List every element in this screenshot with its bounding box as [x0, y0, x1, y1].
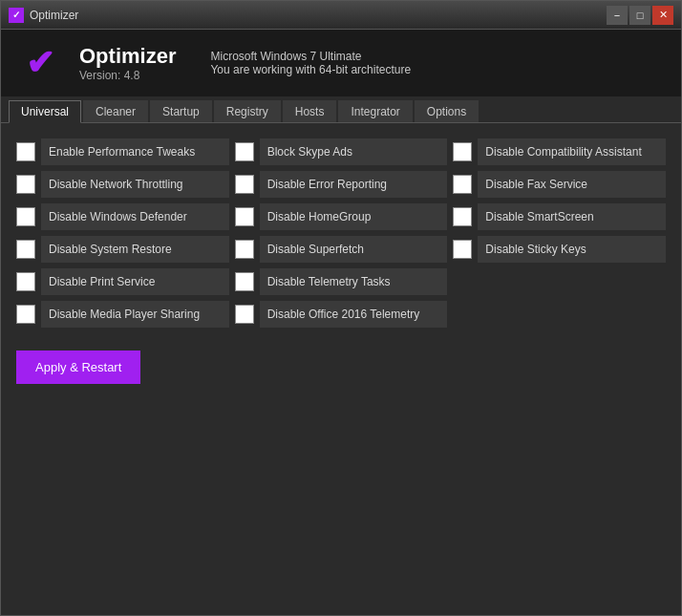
checkbox-disable-smartscreen[interactable] — [453, 207, 472, 226]
checkbox-disable-throttling[interactable] — [16, 175, 35, 194]
checkbox-disable-media-sharing[interactable] — [16, 305, 35, 324]
option-disable-homegroup: Disable HomeGroup — [235, 203, 448, 230]
checkbox-enable-performance[interactable] — [16, 142, 35, 161]
checkbox-disable-sticky-keys[interactable] — [453, 240, 472, 259]
option-disable-compat: Disable Compatibility Assistant — [453, 138, 666, 165]
main-window: ✓ Optimizer − □ ✕ ✔ Optimizer Version: 4… — [0, 0, 682, 616]
options-grid: Enable Performance Tweaks Block Skype Ad… — [16, 138, 666, 328]
label-disable-superfetch[interactable]: Disable Superfetch — [260, 236, 448, 263]
label-disable-homegroup[interactable]: Disable HomeGroup — [260, 203, 448, 230]
apply-restart-button[interactable]: Apply & Restart — [16, 350, 140, 384]
option-disable-office-telemetry: Disable Office 2016 Telemetry — [235, 301, 448, 328]
label-disable-restore[interactable]: Disable System Restore — [41, 236, 229, 263]
label-disable-telemetry[interactable]: Disable Telemetry Tasks — [260, 268, 448, 295]
window-title: Optimizer — [30, 9, 607, 22]
tabs-bar: Universal Cleaner Startup Registry Hosts… — [1, 96, 681, 123]
label-block-skype[interactable]: Block Skype Ads — [260, 138, 448, 165]
content-area: Enable Performance Tweaks Block Skype Ad… — [1, 123, 681, 615]
checkbox-disable-restore[interactable] — [16, 240, 35, 259]
option-disable-fax: Disable Fax Service — [453, 171, 666, 198]
label-disable-sticky-keys[interactable]: Disable Sticky Keys — [478, 236, 666, 263]
tab-hosts[interactable]: Hosts — [283, 100, 337, 122]
option-disable-media-sharing: Disable Media Player Sharing — [16, 301, 229, 328]
label-empty-2 — [453, 301, 666, 328]
tab-cleaner[interactable]: Cleaner — [83, 100, 148, 122]
option-empty-1 — [453, 268, 666, 295]
label-disable-error-reporting[interactable]: Disable Error Reporting — [260, 171, 448, 198]
tab-integrator[interactable]: Integrator — [338, 100, 412, 122]
option-disable-sticky-keys: Disable Sticky Keys — [453, 236, 666, 263]
tab-startup[interactable]: Startup — [150, 100, 212, 122]
tab-options[interactable]: Options — [415, 100, 479, 122]
label-disable-media-sharing[interactable]: Disable Media Player Sharing — [41, 301, 229, 328]
option-block-skype: Block Skype Ads — [235, 138, 448, 165]
option-disable-telemetry: Disable Telemetry Tasks — [235, 268, 448, 295]
option-disable-throttling: Disable Network Throttling — [16, 171, 229, 198]
sys-line1: Microsoft Windows 7 Ultimate — [210, 50, 411, 63]
checkbox-disable-homegroup[interactable] — [235, 207, 254, 226]
sys-line2: You are working with 64-bit architecture — [210, 63, 411, 76]
maximize-button[interactable]: □ — [629, 6, 650, 25]
option-disable-error-reporting: Disable Error Reporting — [235, 171, 448, 198]
option-disable-defender: Disable Windows Defender — [16, 203, 229, 230]
option-disable-superfetch: Disable Superfetch — [235, 236, 448, 263]
label-disable-fax[interactable]: Disable Fax Service — [478, 171, 666, 198]
checkbox-disable-compat[interactable] — [453, 142, 472, 161]
label-disable-office-telemetry[interactable]: Disable Office 2016 Telemetry — [260, 301, 448, 328]
app-header: ✔ Optimizer Version: 4.8 Microsoft Windo… — [1, 30, 681, 96]
app-version: Version: 4.8 — [79, 69, 176, 82]
label-empty-1 — [453, 268, 666, 295]
checkbox-disable-fax[interactable] — [453, 175, 472, 194]
checkbox-disable-defender[interactable] — [16, 207, 35, 226]
app-icon: ✓ — [9, 8, 24, 23]
close-button[interactable]: ✕ — [652, 6, 673, 25]
minimize-button[interactable]: − — [607, 6, 628, 25]
option-disable-restore: Disable System Restore — [16, 236, 229, 263]
checkbox-disable-telemetry[interactable] — [235, 272, 254, 291]
title-bar: ✓ Optimizer − □ ✕ — [1, 1, 681, 30]
option-empty-2 — [453, 301, 666, 328]
system-info: Microsoft Windows 7 Ultimate You are wor… — [210, 50, 411, 76]
option-enable-performance: Enable Performance Tweaks — [16, 138, 229, 165]
label-disable-defender[interactable]: Disable Windows Defender — [41, 203, 229, 230]
tab-universal[interactable]: Universal — [9, 100, 81, 123]
option-disable-print: Disable Print Service — [16, 268, 229, 295]
label-enable-performance[interactable]: Enable Performance Tweaks — [41, 138, 229, 165]
window-controls: − □ ✕ — [607, 6, 673, 25]
app-info: Optimizer Version: 4.8 — [79, 44, 176, 82]
checkbox-disable-error-reporting[interactable] — [235, 175, 254, 194]
checkmark-icon: ✔ — [26, 46, 54, 80]
checkbox-block-skype[interactable] — [235, 142, 254, 161]
checkbox-disable-print[interactable] — [16, 272, 35, 291]
label-disable-print[interactable]: Disable Print Service — [41, 268, 229, 295]
checkbox-disable-office-telemetry[interactable] — [235, 305, 254, 324]
app-name: Optimizer — [79, 44, 176, 69]
label-disable-smartscreen[interactable]: Disable SmartScreen — [478, 203, 666, 230]
label-disable-compat[interactable]: Disable Compatibility Assistant — [478, 138, 666, 165]
option-disable-smartscreen: Disable SmartScreen — [453, 203, 666, 230]
label-disable-throttling[interactable]: Disable Network Throttling — [41, 171, 229, 198]
app-logo: ✔ — [16, 39, 64, 87]
checkbox-disable-superfetch[interactable] — [235, 240, 254, 259]
tab-registry[interactable]: Registry — [214, 100, 281, 122]
